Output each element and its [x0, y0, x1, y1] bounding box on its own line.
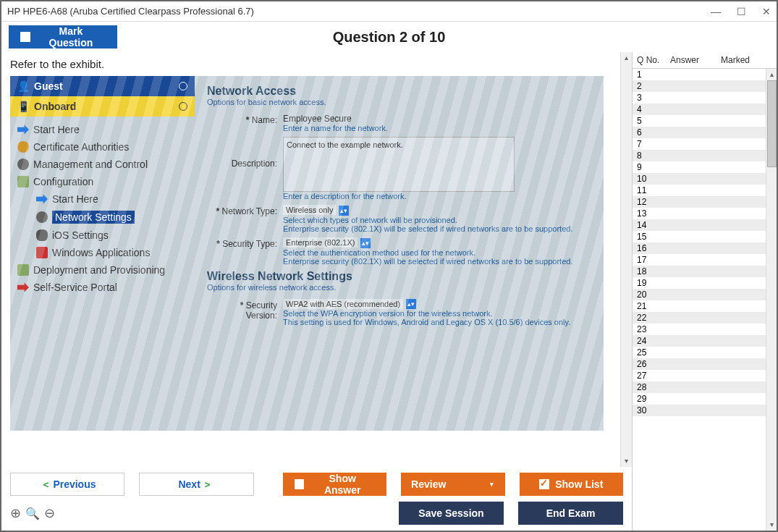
exhibit-nav-mgmt: Management and Control — [16, 156, 189, 173]
close-icon[interactable]: ✕ — [762, 6, 771, 17]
qlist-row[interactable]: 26 — [633, 358, 766, 370]
qlist-row[interactable]: 2 — [633, 80, 766, 92]
app-window: HP HPE6-A68 (Aruba Certified Clearpass P… — [0, 0, 778, 532]
qlist-row[interactable]: 30 — [633, 405, 766, 416]
titlebar: HP HPE6-A68 (Aruba Certified Clearpass P… — [1, 1, 777, 22]
exhibit-nav-start-here: Start Here — [16, 121, 189, 138]
zoom-out-icon[interactable]: ⊖ — [44, 505, 55, 521]
qlist-row[interactable]: 9 — [633, 161, 766, 173]
qlist-row[interactable]: 23 — [633, 324, 766, 335]
exhibit-nav-selfservice: Self-Service Portal — [16, 279, 189, 296]
exhibit-tab-onboard: 📱Onboard — [10, 96, 195, 117]
qlist-col-answer: Answer — [670, 55, 721, 65]
scroll-down-icon[interactable]: ▾ — [621, 455, 632, 467]
scroll-up-icon[interactable]: ▴ — [621, 52, 632, 64]
qlist-row[interactable]: 18 — [633, 266, 766, 277]
qlist-row[interactable]: 14 — [633, 219, 766, 231]
exhibit-section-network-access: Network Access — [207, 85, 595, 98]
exhibit-field-description: Connect to the example network. — [283, 137, 515, 192]
question-prompt: Refer to the exhibit. — [10, 58, 612, 70]
qlist-row[interactable]: 6 — [633, 127, 766, 138]
exhibit-tab-guest: 👤Guest — [10, 76, 195, 96]
question-counter: Question 2 of 10 — [333, 29, 446, 45]
exhibit-nav-config-start: Start Here — [16, 190, 189, 208]
exhibit-nav-config-network: Network Settings — [16, 208, 189, 227]
save-session-button[interactable]: Save Session — [399, 502, 504, 525]
maximize-icon[interactable]: ☐ — [737, 6, 746, 17]
exhibit-field-security-version: WPA2 with AES (recommended) — [283, 299, 403, 309]
checkbox-checked-icon — [539, 479, 549, 489]
qlist-row[interactable]: 11 — [633, 185, 766, 196]
checkbox-icon — [20, 32, 30, 42]
qlist-row[interactable]: 15 — [633, 231, 766, 242]
exhibit-nav-config-ios: iOS Settings — [16, 227, 189, 244]
exhibit-field-security-type: Enterprise (802.1X) — [283, 237, 358, 248]
next-button[interactable]: Next> — [139, 473, 253, 496]
minimize-icon[interactable]: — — [711, 6, 721, 17]
qlist-row[interactable]: 4 — [633, 104, 766, 115]
zoom-in-icon[interactable]: ⊕ — [10, 505, 21, 521]
exhibit-nav-config-win: Windows Applications — [16, 244, 189, 261]
qlist-row[interactable]: 25 — [633, 347, 766, 358]
qlist-col-marked: Marked — [721, 55, 750, 65]
qlist-row[interactable]: 5 — [633, 115, 766, 127]
exhibit-field-network-type: Wireless only — [283, 205, 336, 215]
show-answer-button[interactable]: Show Answer — [283, 473, 386, 496]
question-list-panel: Q No. Answer Marked 12345678910111213141… — [632, 52, 777, 531]
qlist-row[interactable]: 29 — [633, 393, 766, 405]
qlist-row[interactable]: 7 — [633, 138, 766, 150]
qlist-row[interactable]: 10 — [633, 173, 766, 185]
body-area: Refer to the exhibit. 👤Guest 📱Onboard St… — [1, 52, 777, 531]
exhibit-section-wireless: Wireless Network Settings — [207, 270, 595, 283]
checkbox-icon — [295, 479, 305, 489]
qlist-row[interactable]: 22 — [633, 312, 766, 324]
zoom-reset-icon[interactable]: 🔍 — [25, 507, 40, 520]
window-title: HP HPE6-A68 (Aruba Certified Clearpass P… — [7, 6, 711, 17]
show-list-button[interactable]: Show List — [520, 473, 623, 496]
exhibit-image: 👤Guest 📱Onboard Start Here Certificate A… — [10, 76, 604, 431]
exhibit-field-name: Employee Secure — [283, 114, 595, 124]
exhibit-nav-deploy: Deployment and Provisioning — [16, 261, 189, 279]
top-toolbar: Mark Question Question 2 of 10 — [1, 22, 777, 52]
qlist-row[interactable]: 13 — [633, 208, 766, 219]
qlist-row[interactable]: 12 — [633, 196, 766, 208]
chevron-down-icon: ▾ — [490, 481, 494, 488]
qlist-rows: 1234567891011121314151617181920212223242… — [633, 69, 766, 531]
qlist-row[interactable]: 8 — [633, 150, 766, 161]
qlist-row[interactable]: 1 — [633, 69, 766, 80]
mark-question-button[interactable]: Mark Question — [9, 25, 117, 48]
review-button[interactable]: Review▾ — [401, 473, 504, 496]
qlist-row[interactable]: 17 — [633, 254, 766, 266]
qlist-row[interactable]: 28 — [633, 381, 766, 393]
previous-button[interactable]: <Previous — [10, 473, 124, 496]
end-exam-button[interactable]: End Exam — [518, 502, 623, 525]
qlist-header: Q No. Answer Marked — [633, 52, 777, 69]
qlist-col-qno: Q No. — [637, 55, 670, 65]
bottom-bar: <Previous Next> Show Answer Review▾ Show… — [1, 467, 632, 531]
qlist-row[interactable]: 20 — [633, 289, 766, 300]
qlist-row[interactable]: 27 — [633, 370, 766, 381]
qlist-row[interactable]: 16 — [633, 242, 766, 254]
scroll-down-icon[interactable]: ▾ — [766, 519, 777, 531]
qlist-row[interactable]: 24 — [633, 335, 766, 347]
qlist-scrollbar[interactable]: ▴ ▾ — [766, 69, 777, 531]
exhibit-nav-cert-auth: Certificate Authorities — [16, 138, 189, 156]
qlist-row[interactable]: 21 — [633, 300, 766, 312]
scroll-up-icon[interactable]: ▴ — [766, 69, 777, 80]
qlist-row[interactable]: 19 — [633, 277, 766, 289]
scrollbar-thumb[interactable] — [767, 80, 777, 167]
exhibit-nav-config: Configuration — [16, 173, 189, 190]
qlist-row[interactable]: 3 — [633, 92, 766, 104]
question-scrollbar[interactable]: ▴ ▾ — [620, 52, 632, 467]
